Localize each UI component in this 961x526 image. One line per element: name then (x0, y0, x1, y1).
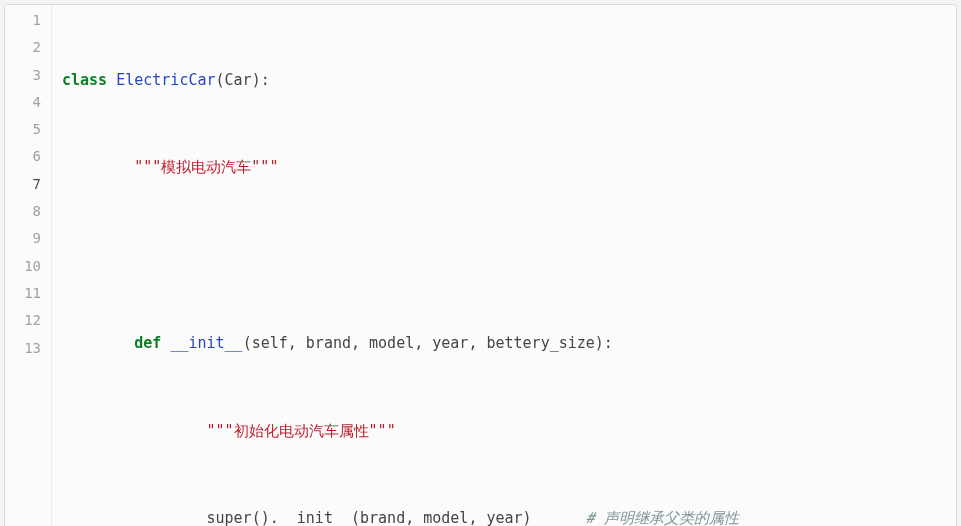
code-line: super().__init__(brand, model, year) # 声… (62, 504, 946, 526)
ln: 8 (5, 198, 41, 225)
ln: 3 (5, 62, 41, 89)
ln: 13 (5, 335, 41, 362)
code-line: """初始化电动汽车属性""" (62, 417, 946, 446)
code-line: class ElectricCar(Car): (62, 66, 946, 95)
ln: 2 (5, 34, 41, 61)
code-pane-1: 1 2 3 4 5 6 7 8 9 10 11 12 13 class Elec… (4, 4, 957, 526)
ln-current: 7 (5, 171, 41, 198)
ln: 12 (5, 307, 41, 334)
gutter-1: 1 2 3 4 5 6 7 8 9 10 11 12 13 (5, 5, 52, 526)
ln: 5 (5, 116, 41, 143)
ln: 9 (5, 225, 41, 252)
ln: 10 (5, 253, 41, 280)
code-area-1[interactable]: class ElectricCar(Car): """模拟电动汽车""" def… (52, 5, 956, 526)
code-line: """模拟电动汽车""" (62, 153, 946, 182)
ln: 1 (5, 7, 41, 34)
ln: 4 (5, 89, 41, 116)
ln: 6 (5, 143, 41, 170)
code-line (62, 241, 946, 270)
code-line: def __init__(self, brand, model, year, b… (62, 329, 946, 358)
ln: 11 (5, 280, 41, 307)
